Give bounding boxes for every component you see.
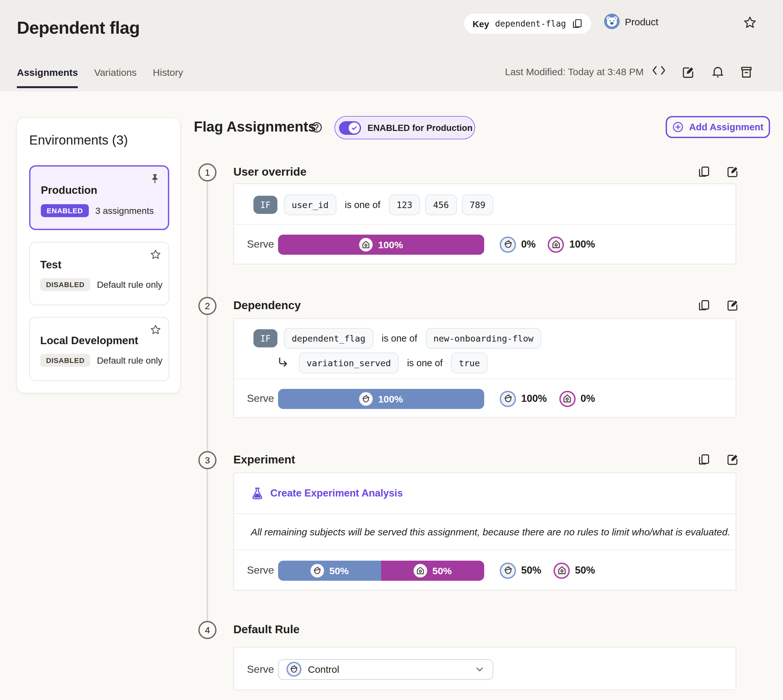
rule-row: IF user_id is one of 123 456 789	[253, 195, 493, 215]
edit-assignment-icon[interactable]	[726, 165, 739, 178]
if-badge: IF	[253, 196, 277, 214]
acorn-icon	[500, 236, 516, 252]
acorn-icon	[360, 392, 373, 405]
acorn-icon	[287, 662, 302, 677]
environments-panel: Environments (3) Production ENABLED 3 as…	[16, 117, 181, 393]
pin-icon[interactable]	[149, 173, 161, 185]
value-chip: 123	[388, 195, 420, 215]
edit-assignment-icon[interactable]	[726, 299, 739, 312]
segment-percent: 50%	[432, 565, 452, 576]
notifications-bell-icon[interactable]	[711, 65, 725, 78]
assignment-actions	[698, 453, 739, 466]
default-variation-dropdown[interactable]: Control	[278, 659, 493, 680]
flag-detail-page: Dependent flag Key dependent-flag Produc…	[0, 0, 783, 700]
segment-percent: 100%	[378, 239, 403, 250]
env-card-local-development[interactable]: Local Development DISABLED Default rule …	[29, 317, 169, 381]
top-bar: Dependent flag Key dependent-flag Produc…	[0, 0, 783, 92]
acorn-icon	[500, 390, 516, 407]
archive-icon[interactable]	[740, 65, 753, 78]
env-name: Production	[41, 184, 97, 197]
assignment-actions	[698, 299, 739, 312]
add-assignment-button[interactable]: Add Assignment	[666, 116, 770, 138]
serve-label: Serve	[247, 393, 274, 405]
toggle-switch[interactable]	[339, 121, 361, 135]
toggle-label: ENABLED for Production	[368, 123, 473, 133]
star-icon[interactable]	[150, 249, 162, 260]
stat-percent: 0%	[521, 238, 536, 250]
env-status-badge: DISABLED	[40, 354, 90, 367]
env-name: Test	[40, 258, 61, 271]
serve-row: Serve 50% 50%	[247, 550, 728, 591]
rule-row: IF dependent_flag is one of new-onboardi…	[253, 327, 541, 350]
flask-icon	[251, 487, 264, 500]
tab-assignments[interactable]: Assignments	[17, 67, 78, 88]
nested-arrow-icon	[277, 357, 290, 370]
assignment-card-default-rule: Serve Control	[233, 647, 736, 690]
last-modified-text: Last Modified: Today at 3:48 PM	[505, 66, 644, 77]
key-label: Key	[473, 18, 489, 29]
acorn-icon	[500, 562, 516, 578]
create-experiment-analysis-label: Create Experiment Analysis	[270, 487, 403, 499]
stat-percent: 100%	[521, 393, 547, 405]
bar-segment-treatment: 50%	[381, 560, 484, 580]
stat-percent: 0%	[580, 393, 595, 405]
nested-rule-row: variation_served is one of true	[277, 351, 488, 375]
attribute-chip: variation_served	[299, 353, 399, 373]
tab-history[interactable]: History	[153, 67, 183, 88]
if-badge: IF	[253, 329, 277, 347]
duplicate-assignment-icon[interactable]	[698, 453, 710, 466]
bar-segment-control: 100%	[278, 388, 484, 409]
env-card-test[interactable]: Test DISABLED Default rule only	[29, 242, 169, 305]
assignment-title-user-override: User override	[233, 165, 307, 179]
edit-flag-icon[interactable]	[681, 65, 695, 78]
variation-stat-treatment: 0%	[559, 390, 595, 407]
assignment-actions	[698, 165, 739, 178]
serve-row: Serve Control	[247, 648, 728, 691]
serve-allocation-bar: 50% 50%	[278, 560, 484, 580]
env-status-badge: ENABLED	[41, 204, 89, 217]
star-icon[interactable]	[150, 324, 162, 336]
assignment-title-default-rule: Default Rule	[233, 623, 300, 637]
product-avatar-icon	[604, 13, 620, 29]
copy-key-icon[interactable]	[572, 18, 583, 29]
operator-label: is one of	[345, 200, 380, 210]
birdhouse-icon	[548, 236, 564, 252]
value-chip: true	[451, 353, 488, 373]
env-status-badge: DISABLED	[40, 278, 90, 291]
edit-assignment-icon[interactable]	[726, 453, 739, 466]
value-chip: 456	[425, 195, 456, 215]
duplicate-assignment-icon[interactable]	[698, 165, 710, 178]
code-icon[interactable]	[652, 65, 666, 78]
stat-percent: 50%	[575, 565, 595, 576]
env-detail: Default rule only	[97, 355, 162, 365]
birdhouse-icon	[413, 563, 427, 577]
birdhouse-icon	[553, 562, 570, 578]
duplicate-assignment-icon[interactable]	[698, 299, 710, 312]
product-selector[interactable]: Product	[604, 13, 658, 29]
operator-label: is one of	[382, 333, 417, 343]
serve-allocation-bar: 100%	[278, 388, 484, 409]
attribute-chip: dependent_flag	[284, 328, 373, 349]
favorite-star-icon[interactable]	[743, 15, 757, 30]
birdhouse-icon	[559, 390, 575, 407]
assignment-number-4: 4	[198, 621, 217, 639]
segment-percent: 100%	[378, 393, 403, 404]
variation-stat-control: 50%	[500, 562, 541, 578]
assignment-note: All remaining subjects will be served th…	[251, 526, 730, 537]
stat-percent: 100%	[570, 238, 595, 250]
env-card-production[interactable]: Production ENABLED 3 assignments	[29, 165, 169, 230]
enabled-toggle-pill[interactable]: ENABLED for Production	[335, 116, 475, 139]
flag-key-pill: Key dependent-flag	[464, 13, 591, 34]
env-name: Local Development	[40, 335, 138, 347]
dropdown-selected-value: Control	[308, 664, 339, 675]
variation-stat-treatment: 50%	[553, 562, 595, 578]
serve-row: Serve 100% 100%	[247, 378, 728, 419]
tab-variations[interactable]: Variations	[94, 67, 137, 88]
variation-stat-control: 0%	[500, 236, 536, 252]
assignment-title-experiment: Experiment	[233, 453, 295, 467]
birdhouse-icon	[360, 238, 373, 251]
create-experiment-analysis-link[interactable]: Create Experiment Analysis	[251, 473, 403, 513]
serve-allocation-bar: 100%	[278, 234, 484, 254]
value-chip: new-onboarding-flow	[425, 328, 541, 349]
help-icon[interactable]	[310, 121, 323, 133]
